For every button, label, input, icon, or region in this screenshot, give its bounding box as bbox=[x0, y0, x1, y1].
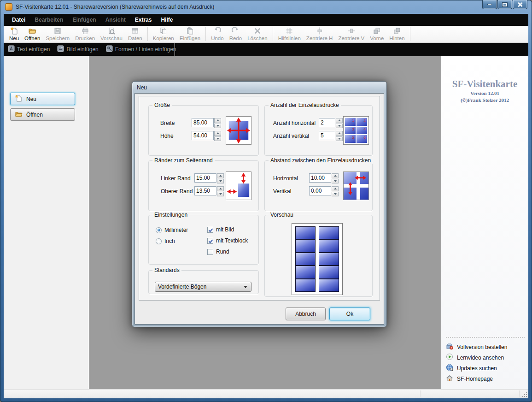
abstand-vertikal-input[interactable] bbox=[309, 186, 331, 195]
toolbar-separator bbox=[205, 27, 206, 41]
maximize-button[interactable] bbox=[497, 0, 512, 9]
toolbar-einfuegen-button[interactable]: Einfügen bbox=[177, 26, 203, 42]
menu-einfuegen[interactable]: Einfügen bbox=[68, 14, 100, 26]
save-icon bbox=[53, 27, 62, 35]
checkbox-mit-bild[interactable]: mit Bild bbox=[207, 226, 234, 233]
titlebar[interactable]: SF-Visitenkarte 12.01 - Sharewareversion… bbox=[0, 0, 532, 14]
hoehe-label: Höhe bbox=[160, 133, 174, 139]
spin-up-button[interactable] bbox=[336, 131, 343, 136]
oberer-rand-input[interactable] bbox=[194, 186, 216, 195]
spin-down-button[interactable] bbox=[217, 179, 224, 184]
toolbar-kopieren-button[interactable]: Kopieren bbox=[150, 26, 177, 42]
spin-up-button[interactable] bbox=[214, 118, 221, 123]
toolbar-hilfslinien-button[interactable]: Hilfslinien bbox=[275, 26, 304, 42]
status-bar bbox=[4, 389, 528, 398]
link-lernvideo-ansehen[interactable]: Lernvideo ansehen bbox=[446, 352, 525, 363]
anzahl-vertikal-label: Anzahl vertikal bbox=[273, 133, 309, 139]
link-vollversion-bestellen[interactable]: Vollversion bestellen bbox=[446, 342, 525, 352]
menu-ansicht[interactable]: Ansicht bbox=[101, 14, 130, 26]
toolbar-redo-button[interactable]: Redo bbox=[227, 26, 245, 42]
radio-millimeter[interactable]: Millimeter bbox=[156, 227, 188, 233]
linker-rand-spinner bbox=[194, 173, 224, 183]
send-to-back-icon bbox=[393, 27, 401, 35]
radio-inch[interactable]: Inch bbox=[156, 238, 175, 244]
abstand-horizontal-input[interactable] bbox=[309, 173, 331, 183]
group-groesse: Größe Breite Höhe bbox=[148, 105, 259, 156]
new-dialog: Neu Größe Breite Höhe bbox=[132, 81, 387, 327]
group-raender: Ränder zum Seitenrand Linker Rand Oberer… bbox=[148, 160, 259, 211]
minimize-button[interactable] bbox=[482, 0, 497, 9]
menu-bearbeiten[interactable]: Bearbeiten bbox=[30, 14, 68, 26]
toolbar-vorschau-button[interactable]: Vorschau bbox=[98, 26, 125, 42]
spin-down-button[interactable] bbox=[214, 136, 221, 142]
print-preview-icon bbox=[107, 27, 116, 35]
dialog-buttons: Abbruch Ok bbox=[286, 307, 370, 320]
spin-down-button[interactable] bbox=[332, 192, 339, 197]
toolbar-neu-button[interactable]: Neu bbox=[6, 26, 22, 42]
grid-cell: 4 bbox=[357, 127, 367, 135]
insert-shapes-button[interactable]: Formen / Linien einfügen bbox=[106, 45, 176, 54]
sheet-preview bbox=[292, 223, 343, 295]
toolbar-hinten-button[interactable]: Hinten bbox=[386, 26, 407, 42]
linker-rand-input[interactable] bbox=[194, 173, 216, 183]
folder-open-icon bbox=[15, 110, 23, 119]
spin-down-button[interactable] bbox=[214, 124, 221, 129]
app-title: SF-Visitenkarte bbox=[441, 78, 528, 90]
sidebar-neu-button[interactable]: Neu bbox=[10, 93, 75, 105]
toolbar-separator bbox=[273, 27, 273, 41]
insert-text-button[interactable]: Text einfügen bbox=[8, 45, 50, 54]
menu-extras[interactable]: Extras bbox=[130, 14, 157, 26]
home-icon bbox=[446, 374, 453, 383]
spin-down-button[interactable] bbox=[217, 192, 224, 197]
new-document-icon bbox=[10, 27, 18, 35]
close-button[interactable] bbox=[513, 0, 527, 9]
menu-hilfe[interactable]: Hilfe bbox=[156, 14, 177, 26]
toolbar-loeschen-button[interactable]: Löschen bbox=[245, 26, 270, 42]
spin-up-button[interactable] bbox=[332, 186, 339, 191]
menu-datei[interactable]: Datei bbox=[7, 14, 30, 26]
link-updates-suchen[interactable]: Updates suchen bbox=[446, 363, 525, 373]
toolbar-oeffnen-button[interactable]: Öffnen bbox=[22, 26, 43, 42]
spin-up-button[interactable] bbox=[217, 186, 224, 191]
link-sf-homepage[interactable]: SF-Homepage bbox=[446, 373, 525, 384]
group-standards: Standards Vordefinierte Bögen bbox=[148, 270, 259, 294]
abbruch-button[interactable]: Abbruch bbox=[286, 307, 326, 320]
guides-grid-icon bbox=[285, 27, 293, 35]
checkbox-rund[interactable]: Rund bbox=[207, 248, 229, 255]
spin-down-button[interactable] bbox=[336, 124, 343, 129]
breite-label: Breite bbox=[160, 120, 175, 126]
toolbar-zentriere-h-button[interactable]: Zentriere H bbox=[304, 26, 336, 42]
size-preview-image bbox=[226, 116, 251, 145]
breite-input[interactable] bbox=[192, 118, 214, 127]
toolbar-daten-button[interactable]: Daten bbox=[125, 26, 145, 42]
toolbar-speichern-button[interactable]: Speichern bbox=[43, 26, 72, 42]
ok-button[interactable]: Ok bbox=[329, 307, 370, 320]
spin-up-button[interactable] bbox=[214, 131, 221, 136]
standards-dropdown[interactable]: Vordefinierte Bögen bbox=[155, 282, 251, 292]
dialog-titlebar[interactable]: Neu bbox=[132, 82, 386, 93]
spin-up-button[interactable] bbox=[332, 173, 339, 178]
toolbar-drucken-button[interactable]: Drucken bbox=[72, 26, 98, 42]
checkbox-mit-textblock[interactable]: mit Textblock bbox=[207, 237, 248, 244]
preview-card bbox=[295, 279, 316, 292]
insert-image-button[interactable]: Bild einfügen bbox=[57, 45, 98, 54]
toolbar-zentriere-v-button[interactable]: Zentriere V bbox=[335, 26, 367, 42]
anzahl-vertikal-input[interactable] bbox=[319, 131, 335, 140]
spin-up-button[interactable] bbox=[336, 118, 343, 123]
toolbar-undo-button[interactable]: Undo bbox=[208, 26, 227, 42]
sidebar-oeffnen-button[interactable]: Öffnen bbox=[10, 108, 75, 121]
spin-down-button[interactable] bbox=[336, 136, 343, 142]
anzahl-horizontal-input[interactable] bbox=[319, 118, 335, 127]
insert-image-icon bbox=[57, 45, 64, 54]
toolbar-vorne-button[interactable]: Vorne bbox=[367, 26, 386, 42]
resize-grip[interactable] bbox=[521, 391, 527, 397]
insert-text-icon bbox=[8, 45, 15, 54]
toolbar-separator bbox=[147, 27, 148, 41]
undo-icon bbox=[213, 27, 222, 35]
breite-spinner bbox=[192, 118, 221, 128]
spin-up-button[interactable] bbox=[217, 173, 224, 178]
hoehe-input[interactable] bbox=[192, 131, 214, 140]
app-icon bbox=[5, 3, 12, 11]
app-version: Version 12.01 bbox=[441, 90, 528, 97]
spin-down-button[interactable] bbox=[332, 179, 339, 184]
